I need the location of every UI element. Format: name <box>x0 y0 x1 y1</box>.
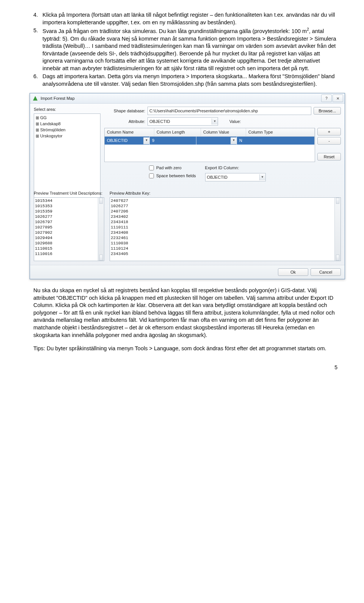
scrollbar[interactable] <box>334 198 340 261</box>
grid-cell-dropdown[interactable]: ▼ <box>196 137 237 145</box>
list-item: 1029494 <box>35 235 103 241</box>
list-text: Dags att importera kartan. Detta görs vi… <box>42 73 337 88</box>
list-item: 1026277 <box>35 214 103 219</box>
list-item: 1015344 <box>35 198 103 203</box>
preview-attr-key-label: Preview Attribute Key: <box>110 191 341 196</box>
preview-attr-key-list[interactable]: 2407627 1026277 2407206 2343402 2343418 … <box>110 197 341 261</box>
body-paragraph: Nu ska du skapa en nyckel så att registr… <box>33 287 337 339</box>
list-item: 1029688 <box>35 241 103 246</box>
grid-header: Column Name Column Length Column Value C… <box>105 128 315 137</box>
cell-value <box>196 140 201 142</box>
dropdown-value: OBJECTID <box>149 119 170 124</box>
value-label: Value: <box>229 119 241 124</box>
ok-button[interactable]: Ok <box>278 268 308 276</box>
list-item: 1110124 <box>111 246 340 251</box>
dialog-title: Import Forest Map <box>41 96 320 101</box>
list-item: 1015353 <box>35 203 103 209</box>
dropdown-value: OBJECTID <box>207 175 228 180</box>
grid-cell[interactable]: N <box>237 137 315 145</box>
pad-with-zero-checkbox[interactable]: Pad with zero <box>149 165 196 171</box>
remove-column-button[interactable]: - <box>317 137 341 145</box>
export-id-dropdown[interactable]: OBJECTID ▼ <box>205 173 266 181</box>
attribute-dropdown[interactable]: OBJECTID ▼ <box>147 117 218 126</box>
chevron-down-icon: ▼ <box>143 137 149 144</box>
list-item: 1027902 <box>35 230 103 235</box>
grid-cell-dropdown[interactable]: OBJECTID ▼ <box>105 137 150 145</box>
tree-expand-icon[interactable]: ⊞ <box>36 134 39 138</box>
tree-node[interactable]: GG <box>40 115 47 120</box>
list-item: 2407206 <box>111 209 340 214</box>
browse-button[interactable]: Browse... <box>314 107 341 115</box>
dialog-button-bar: Ok Cancel <box>30 265 345 279</box>
instruction-list: 4. Klicka på Importera (fortsätt utan at… <box>33 11 337 88</box>
list-item: 2232461 <box>111 235 340 241</box>
list-item: 1026277 <box>111 203 340 209</box>
chevron-down-icon: ▼ <box>259 174 265 180</box>
tree-expand-icon[interactable]: ⊞ <box>36 128 39 132</box>
scrollbar[interactable] <box>98 198 104 261</box>
select-area-label: Select area: <box>34 107 100 112</box>
list-item: 1026797 <box>35 219 103 225</box>
list-item: 1110015 <box>35 246 103 251</box>
title-bar: Import Forest Map ? ✕ <box>30 93 345 104</box>
close-button[interactable]: ✕ <box>333 94 343 102</box>
grid-row-selected[interactable]: OBJECTID ▼ 9 ▼ N <box>105 137 315 145</box>
list-number: 4. <box>33 11 42 26</box>
export-id-label: Export ID Column: <box>205 165 266 171</box>
list-text: Klicka på Importera (fortsätt utan att l… <box>42 11 337 26</box>
tree-expand-icon[interactable]: ⊞ <box>36 115 39 120</box>
body-paragraph-tip: Tips: Du byter språkinställning via meny… <box>33 345 337 353</box>
cell-value: OBJECTID <box>105 137 130 145</box>
grid-cell[interactable]: 9 <box>150 137 196 145</box>
list-item: 2343402 <box>111 214 340 219</box>
list-text: Svara Ja på frågan om trädlistor ska sim… <box>42 27 337 72</box>
field-value: C:\Users\hah\Documents\Presentationer\st… <box>149 108 258 114</box>
list-item: 2343408 <box>111 230 340 235</box>
text-fragment: Svara Ja på frågan om trädlistor ska sim… <box>42 28 307 34</box>
list-item: 1110038 <box>111 241 340 246</box>
space-between-fields-checkbox[interactable]: Space between fields <box>149 173 196 179</box>
list-item: 1110111 <box>111 225 340 230</box>
chevron-down-icon: ▼ <box>231 137 237 144</box>
list-number: 6. <box>33 73 42 88</box>
page-number: 5 <box>33 364 337 371</box>
app-icon <box>32 95 38 101</box>
chevron-down-icon: ▼ <box>212 118 218 124</box>
col-header[interactable]: Column Length <box>154 128 201 136</box>
import-forest-map-dialog: Import Forest Map ? ✕ Select area: ⊞ GG … <box>30 93 345 279</box>
list-item: 1110016 <box>35 251 103 257</box>
help-button[interactable]: ? <box>321 94 332 102</box>
tree-expand-icon[interactable]: ⊞ <box>36 121 39 126</box>
reset-button[interactable]: Reset <box>317 153 341 161</box>
list-item: 1027895 <box>35 225 103 230</box>
col-header[interactable]: Column Type <box>246 128 315 136</box>
col-header[interactable]: Column Name <box>105 128 154 136</box>
add-column-button[interactable]: + <box>317 128 341 135</box>
attribute-label: Attribute: <box>104 119 145 124</box>
column-grid[interactable]: Column Name Column Length Column Value C… <box>104 128 315 162</box>
list-item: 2343418 <box>111 219 340 225</box>
checkbox-input[interactable] <box>149 173 154 178</box>
list-item: 1015359 <box>35 209 103 214</box>
tree-node[interactable]: Urskogsytor <box>40 134 63 138</box>
shape-database-label: Shape database: <box>104 108 145 114</box>
list-item: 2407627 <box>111 198 340 203</box>
cancel-button[interactable]: Cancel <box>311 268 341 276</box>
preview-tu-label: Preview Treatment Unit Descriptions: <box>34 191 104 196</box>
checkbox-label: Space between fields <box>156 173 196 179</box>
col-header[interactable]: Column Value <box>201 128 246 136</box>
checkbox-label: Pad with zero <box>156 165 182 171</box>
tree-node[interactable]: Strömsjöliden <box>40 128 66 132</box>
shape-database-field[interactable]: C:\Users\hah\Documents\Presentationer\st… <box>147 107 311 115</box>
svg-marker-0 <box>33 96 38 101</box>
checkbox-input[interactable] <box>149 165 154 170</box>
text-fragment: , antal typträd: 5). Om du råkade svara … <box>42 28 336 71</box>
list-item: 2343405 <box>111 251 340 257</box>
list-number: 5. <box>33 27 42 72</box>
preview-tu-list[interactable]: 1015344 1015353 1015359 1026277 1026797 … <box>34 197 104 261</box>
tree-node[interactable]: Landskap8 <box>40 121 61 126</box>
